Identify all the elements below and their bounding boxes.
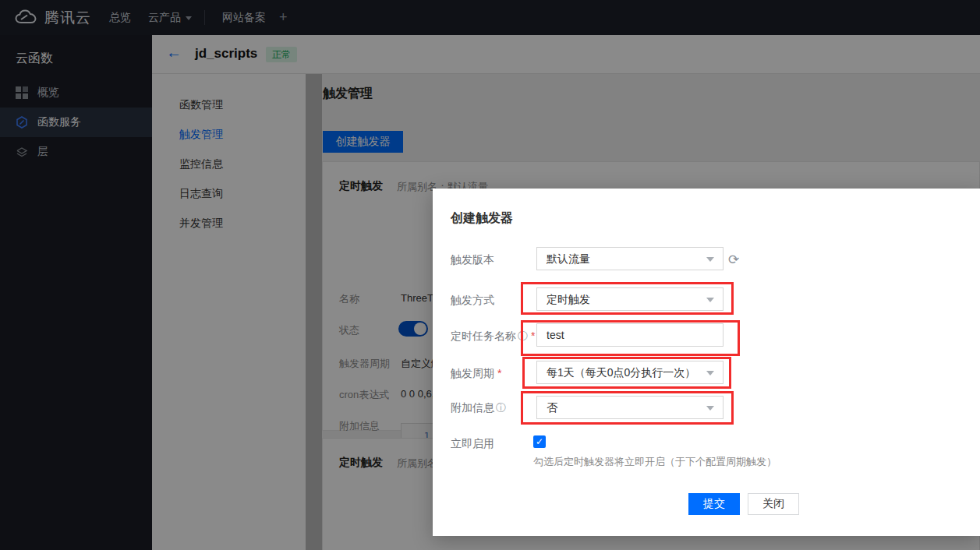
chevron-down-icon xyxy=(706,298,714,302)
chevron-down-icon xyxy=(706,371,714,375)
trigger-version-label: 触发版本 xyxy=(451,253,494,267)
required-asterisk: * xyxy=(497,367,501,379)
enable-now-label: 立即启用 xyxy=(451,437,494,451)
extra-info-label: 附加信息ⓘ xyxy=(451,401,506,415)
trigger-cycle-select[interactable]: 每1天（每天0点0分执行一次） xyxy=(536,361,724,384)
required-asterisk: * xyxy=(531,330,535,342)
info-icon: ⓘ xyxy=(496,402,506,414)
enable-now-note: 勾选后定时触发器将立即开启（于下个配置周期触发） xyxy=(533,455,777,469)
modal-title: 创建触发器 xyxy=(451,210,513,227)
trigger-method-select[interactable]: 定时触发 xyxy=(536,287,724,311)
trigger-cycle-label: 触发周期* xyxy=(451,367,501,381)
trigger-method-label: 触发方式 xyxy=(451,294,494,308)
extra-info-select[interactable]: 否 xyxy=(536,396,724,419)
info-icon: ⓘ xyxy=(518,330,528,342)
chevron-down-icon xyxy=(706,257,714,262)
enable-now-checkbox[interactable]: ✓ xyxy=(533,435,546,448)
refresh-icon[interactable]: ⟳ xyxy=(728,252,739,268)
submit-button[interactable]: 提交 xyxy=(688,493,740,515)
screen: 腾讯云 总览 云产品 网站备案 + 云函数 概览 函数服务 xyxy=(0,0,980,550)
task-name-input[interactable] xyxy=(536,323,724,347)
create-trigger-modal: 创建触发器 触发版本 默认流量 ⟳ 触发方式 定时触发 定时任务名称ⓘ* 触发周… xyxy=(433,189,980,536)
task-name-label: 定时任务名称ⓘ* xyxy=(451,330,535,344)
close-button[interactable]: 关闭 xyxy=(748,493,799,515)
chevron-down-icon xyxy=(706,406,714,411)
trigger-version-select[interactable]: 默认流量 xyxy=(536,247,724,270)
